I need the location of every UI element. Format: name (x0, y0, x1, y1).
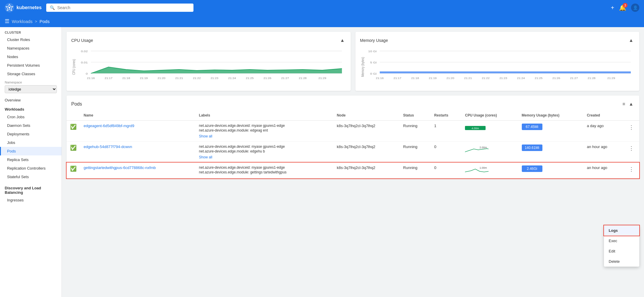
sidebar-item-namespaces[interactable]: Namespaces (0, 44, 62, 52)
sidebar-item-replication-controllers[interactable]: Replication Controllers (0, 164, 62, 173)
row1-status-icon-cell: ✅ (67, 121, 80, 142)
row1-cpu-cell: 4.00m (461, 121, 518, 142)
row3-label-1: net.azure-devices.edge.deviceid: myase g… (199, 165, 330, 170)
row3-memory-cell: 2.46Gi (518, 163, 583, 178)
row3-labels-cell: net.azure-devices.edge.deviceid: myase g… (196, 163, 333, 178)
svg-text:21:26: 21:26 (264, 77, 271, 80)
row3-more-actions-button[interactable]: ⋮ (627, 165, 636, 173)
pods-table-collapse-button[interactable]: ▲ (628, 100, 635, 108)
sidebar-item-nodes[interactable]: Nodes (0, 52, 62, 61)
row2-label-1: net.azure-devices.edge.deviceid: myase g… (199, 145, 330, 149)
filter-icon[interactable]: ≡ (623, 101, 625, 107)
search-icon: 🔍 (50, 5, 55, 10)
svg-text:21:22: 21:22 (193, 77, 201, 80)
row3-status-cell: Running (400, 163, 431, 178)
row2-status-running-icon: ✅ (70, 145, 77, 151)
col-cpu-header: CPU Usage (cores) (461, 110, 518, 121)
col-name-header: Name (80, 110, 196, 121)
sidebar-item-ingresses[interactable]: Ingresses (0, 196, 62, 204)
svg-text:21:25: 21:25 (246, 77, 254, 80)
svg-text:21:19: 21:19 (140, 77, 148, 80)
row1-restarts-cell: 1 (431, 121, 462, 142)
svg-text:21:20: 21:20 (446, 77, 454, 80)
svg-text:21:26: 21:26 (552, 77, 560, 80)
notifications-button[interactable]: 🔔 3 (619, 4, 626, 11)
sidebar: Cluster Cluster Roles Namespaces Nodes P… (0, 27, 62, 297)
col-created-header: Created (583, 110, 623, 121)
sidebar-item-replica-sets[interactable]: Replica Sets (0, 155, 62, 164)
context-menu-logs[interactable]: Logs (604, 225, 639, 236)
row2-created-cell: an hour ago (583, 142, 623, 163)
svg-text:CPU (cores): CPU (cores) (72, 59, 76, 75)
sidebar-item-daemon-sets[interactable]: Daemon Sets (0, 121, 62, 130)
svg-text:5 Gi: 5 Gi (370, 61, 376, 64)
svg-text:21:24: 21:24 (517, 77, 525, 80)
row3-status-running-icon: ✅ (70, 166, 77, 172)
breadcrumb-current: Pods (39, 19, 49, 24)
sidebar-item-stateful-sets[interactable]: Stateful Sets (0, 173, 62, 181)
svg-text:Memory (bytes): Memory (bytes) (361, 57, 365, 77)
svg-text:21:23: 21:23 (211, 77, 218, 80)
col-restarts-header: Restarts (431, 110, 462, 121)
sidebar-item-storage-classes[interactable]: Storage Classes (0, 70, 62, 78)
sidebar-item-overview[interactable]: Overview (0, 96, 62, 105)
cpu-chart-collapse-button[interactable]: ▲ (339, 37, 346, 44)
row3-restarts-cell: 0 (431, 163, 462, 178)
kubernetes-logo-icon (5, 3, 14, 12)
sidebar-item-jobs[interactable]: Jobs (0, 138, 62, 147)
row1-more-actions-button[interactable]: ⋮ (627, 124, 636, 131)
row2-label-2: net.azure-devices.edge.module: edgehu b (199, 149, 330, 153)
sidebar-item-deployments[interactable]: Deployments (0, 130, 62, 138)
col-memory-header: Memory Usage (bytes) (518, 110, 583, 121)
svg-text:21:25: 21:25 (534, 77, 542, 80)
namespace-selector: Namespace iotedge (0, 78, 62, 96)
col-status-icon (67, 110, 80, 121)
charts-row: CPU Usage ▲ 0.02 0.01 0 CPU (cores) (67, 32, 639, 91)
row1-pod-link[interactable]: edgeagent-6d5df849bf-mgrd9 (84, 124, 134, 128)
sidebar-item-pods[interactable]: Pods (0, 147, 62, 155)
row1-show-all-link[interactable]: Show all (199, 134, 212, 138)
svg-text:21:21: 21:21 (175, 77, 183, 80)
row2-show-all-link[interactable]: Show all (199, 155, 212, 159)
cluster-section-title: Cluster (0, 27, 62, 35)
memory-chart-collapse-button[interactable]: ▲ (628, 37, 635, 44)
row2-status-cell: Running (400, 142, 431, 163)
search-bar[interactable]: 🔍 (46, 4, 193, 12)
sidebar-item-persistent-volumes[interactable]: Persistent Volumes (0, 61, 62, 70)
row2-name-cell: edgehub-54d877f794-dcwvn (80, 142, 196, 163)
breadcrumb-workloads[interactable]: Workloads (12, 19, 33, 24)
row2-pod-link[interactable]: edgehub-54d877f794-dcwvn (84, 145, 132, 149)
row2-memory-bar: 140.61Mi (522, 145, 542, 151)
row3-cpu-chart: 1.00m (465, 165, 489, 174)
svg-text:21:23: 21:23 (499, 77, 507, 80)
row3-pod-link[interactable]: gettingstartedwithgpus-6cd778868c-nxfmb (84, 165, 156, 170)
sidebar-item-cluster-roles[interactable]: Cluster Roles (0, 35, 62, 44)
context-menu-exec[interactable]: Exec (604, 236, 639, 246)
row1-name-cell: edgeagent-6d5df849bf-mgrd9 (80, 121, 196, 142)
add-button[interactable]: + (611, 4, 614, 11)
sidebar-item-cron-jobs[interactable]: Cron Jobs (0, 113, 62, 121)
row3-cpu-cell: 1.00m (461, 163, 518, 178)
search-input[interactable] (57, 5, 190, 10)
row2-more-actions-button[interactable]: ⋮ (627, 145, 636, 152)
hamburger-menu-icon[interactable]: ☰ (5, 18, 9, 24)
context-menu-edit[interactable]: Edit (604, 246, 639, 256)
svg-text:0: 0 (86, 72, 88, 75)
col-status-header: Status (400, 110, 431, 121)
row2-memory-cell: 140.61Mi (518, 142, 583, 163)
user-avatar-button[interactable]: 👤 (631, 4, 639, 12)
svg-text:21:18: 21:18 (122, 77, 130, 80)
memory-chart-svg: 10 Gi 5 Gi 0 Gi Memory (bytes) 21:16 21:… (360, 48, 635, 86)
row2-node-cell: k8s-3q7lhq2cl-3q7lhq2 (333, 142, 400, 163)
app-logo: kubernetes (5, 3, 42, 12)
namespace-select[interactable]: iotedge (5, 85, 57, 93)
memory-chart-title: Memory Usage (360, 38, 388, 43)
context-menu-delete[interactable]: Delete (604, 256, 639, 267)
svg-text:21:18: 21:18 (411, 77, 419, 80)
memory-chart-card: Memory Usage ▲ 10 Gi 5 Gi 0 Gi Memo (355, 32, 640, 91)
svg-text:21:17: 21:17 (105, 77, 112, 80)
svg-text:21:17: 21:17 (393, 77, 401, 80)
row1-cpu-chart: 4.00m (465, 124, 489, 132)
table-header-row: Name Labels Node Status Restarts CPU Usa… (67, 110, 639, 121)
table-row: ✅ edgehub-54d877f794-dcwvn net.azure-dev… (67, 142, 639, 163)
